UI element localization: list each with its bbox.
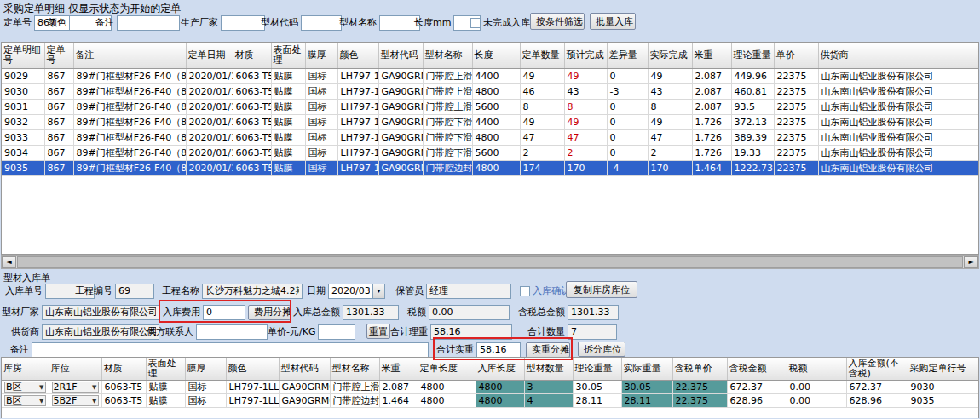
combo-cell[interactable]: B区▼ [2,394,49,408]
cell: 22375 [774,145,818,160]
column-header[interactable]: 表面处理 [271,43,305,68]
column-header[interactable]: 米重 [379,358,418,381]
table-row[interactable]: 903486789#门框型材F26-F40（866+867）2020/01/13… [2,145,978,160]
batch-inbound-button[interactable]: 批量入库 [590,13,636,30]
column-header[interactable]: 理论重量 [573,358,621,381]
column-header[interactable]: 膜厚 [305,43,337,68]
column-header[interactable]: 材质 [233,43,271,68]
profile-code-filter-input[interactable] [301,15,342,31]
combo-cell[interactable]: B区▼ [2,381,49,394]
cell: 4800 [418,381,476,394]
filter-by-condition-button[interactable]: 按条件筛选 [530,13,585,30]
copy-location-button[interactable]: 复制库房库位 [566,281,637,298]
column-header[interactable]: 实际重量 [621,358,672,381]
column-header[interactable]: 采购定单行号 [908,358,978,381]
manufacturer-filter-input[interactable] [221,15,265,31]
column-header[interactable]: 型材名称 [330,358,379,381]
table-row[interactable]: 903386789#门框型材F26-F40（866+867）2020/01/13… [2,129,978,145]
total-theory-weight-input[interactable] [430,324,512,340]
inbound-fee-input[interactable] [203,305,245,320]
keeper-input[interactable] [426,284,511,299]
column-header[interactable]: 米重 [692,43,731,68]
inbound-confirm-checkbox-label: 入库确认 [533,284,570,297]
table-row[interactable]: B区▼5B2F▼6063-T5贴膜国标LH797-1LL0GA90GRM05门带… [2,394,978,408]
column-header[interactable]: 预计完成 [564,43,607,68]
date-input[interactable] [328,284,372,299]
cell: 49 [520,68,564,83]
table-row[interactable]: 903086789#门框型材F26-F40（866+867）2020/01/13… [2,83,978,99]
column-header[interactable]: 颜色 [337,43,378,68]
combo-cell[interactable]: 2R1F▼ [49,381,101,394]
inbound-confirm-checkbox[interactable] [520,286,530,296]
table-row[interactable]: 903286789#门框型材F26-F40（866+867）2020/01/13… [2,114,978,129]
fee-share-button[interactable]: 费用分摊 [248,305,291,320]
column-header[interactable]: 表面处理 [146,358,185,381]
table-row[interactable]: B区▼2R1F▼6063-T5贴膜国标LH797-1LL0GA90GRM03门带… [2,381,978,394]
project-no-input[interactable] [115,284,154,299]
column-header[interactable]: 材质 [101,358,146,381]
cell: 22.375 [672,394,727,408]
column-header[interactable]: 型材名称 [423,43,472,68]
column-header[interactable]: 颜色 [226,358,279,381]
combo-cell[interactable]: 5B2F▼ [49,394,101,408]
tax-input[interactable] [429,305,510,320]
table-row[interactable]: 903186789#门框型材F26-F40（866+867）2020/01/13… [2,99,978,114]
combo-value: 5B2F [54,395,78,406]
cell: 2.087 [379,381,418,394]
column-header[interactable]: 供货商 [818,43,978,68]
column-header[interactable]: 定单数量 [520,43,564,68]
chevron-down-icon: ▼ [376,288,382,294]
scrollbar-thumb[interactable] [17,256,963,268]
split-location-button[interactable]: 拆分库位 [578,342,625,357]
column-header[interactable]: 型材代码 [279,358,330,381]
remark-filter-input[interactable] [117,15,180,31]
column-header[interactable]: 差异量 [607,43,648,68]
remark-label: 备注 [10,343,29,356]
column-header[interactable]: 实际完成 [648,43,692,68]
cell: 5600 [472,145,520,160]
profile-factory-input[interactable] [42,305,159,320]
table-row[interactable]: 902986789#门框型材F26-F40（866+867）2020/01/13… [2,68,978,83]
reset-button[interactable]: 重置 [366,324,390,339]
column-header[interactable]: 入库金额(不含税) [846,358,908,381]
chevron-down-icon: ▼ [39,384,43,391]
supplier-input[interactable] [42,324,159,340]
column-header[interactable]: 税额 [787,358,846,381]
column-header[interactable]: 单价 [774,43,818,68]
cell: 89#门框型材F26-F40（866+867） [73,160,186,175]
inbound-total-input[interactable] [343,305,399,320]
date-dropdown-button[interactable]: ▼ [372,284,385,299]
column-header[interactable]: 定单长度 [418,358,476,381]
cell: GA90GRM04 [378,129,423,145]
horizontal-scrollbar[interactable]: ◄ ► [1,255,979,269]
scroll-left-icon[interactable]: ◄ [2,256,16,268]
cell: 0 [607,68,648,83]
column-header[interactable]: 膜厚 [185,358,226,381]
cell: 9030 [908,381,978,394]
supplier-contact-input[interactable] [196,324,268,340]
total-qty-input[interactable] [568,324,617,340]
cell: 1.464 [379,394,418,408]
column-header[interactable]: 定单明细号 [2,43,44,68]
tax-total-input[interactable] [568,305,619,320]
scroll-right-icon[interactable]: ► [964,256,978,268]
column-header[interactable]: 定单日期 [186,43,233,68]
total-actual-weight-input[interactable] [476,342,521,358]
table-row[interactable]: 903586789#门框型材F26-F40（866+867）2020/01/13… [2,160,978,175]
project-name-input[interactable] [202,284,303,299]
column-header[interactable]: 入库长度 [476,358,524,381]
column-header[interactable]: 型材代码 [378,43,423,68]
column-header[interactable]: 型材数量 [524,358,573,381]
column-header[interactable]: 库位 [49,358,101,381]
column-header[interactable]: 定单号 [44,43,73,68]
column-header[interactable]: 理论重量 [731,43,774,68]
column-header[interactable]: 备注 [73,43,186,68]
column-header[interactable]: 含税单价 [672,358,727,381]
column-header[interactable]: 含税金额 [727,358,787,381]
unfinished-inbound-checkbox[interactable] [470,18,481,28]
column-header[interactable]: 库房 [2,358,49,381]
column-header[interactable]: 长度 [472,43,520,68]
weight-share-button[interactable]: 实重分摊 [526,342,570,358]
unit-price-input[interactable] [318,324,355,340]
remark-input[interactable] [32,342,429,358]
